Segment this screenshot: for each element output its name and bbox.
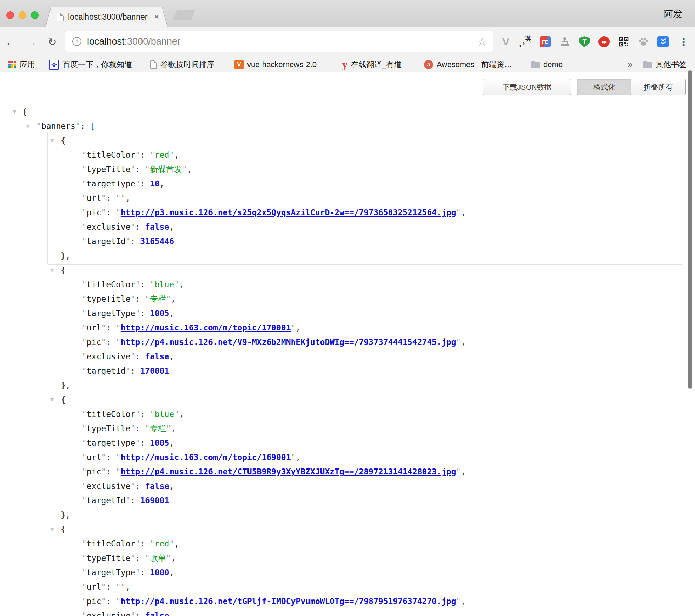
json-field-targetType: "targetType": 10, <box>0 177 684 191</box>
browser-menu-icon[interactable]: ⋮ <box>678 36 689 47</box>
json-field-typeTitle: "typeTitle": "新碟首发", <box>0 162 684 177</box>
awesomes-a-icon: A <box>424 60 433 69</box>
bookmark-apps[interactable]: 应用 <box>8 57 35 72</box>
json-tree: ▼{▼"banners": [▼{"titleColor": "red","ty… <box>0 105 684 616</box>
json-field-exclusive: "exclusive": false, <box>0 609 684 616</box>
address-bar[interactable]: i localhost:3000/banner ☆ <box>65 31 493 52</box>
tab-close-icon[interactable]: × <box>154 12 159 22</box>
bookmark-baidu[interactable]: 百度一下，你就知道 <box>49 57 132 72</box>
tampermonkey-icon[interactable]: T <box>579 36 590 47</box>
url-text[interactable]: localhost:3000/banner <box>87 36 180 47</box>
new-tab-button[interactable] <box>173 10 195 20</box>
bookmark-star-icon[interactable]: ☆ <box>477 35 487 48</box>
minimize-window-button[interactable] <box>19 11 26 19</box>
view-mode-button-group: 格式化 折叠所有 <box>577 79 686 95</box>
bookmark-folder-demo[interactable]: demo <box>531 57 563 72</box>
json-object-open: ▼{ <box>0 133 684 148</box>
indent-guide <box>64 537 64 616</box>
page-favicon-icon <box>57 13 64 21</box>
profile-name[interactable]: 阿发 <box>663 8 682 20</box>
close-window-button[interactable] <box>6 11 14 19</box>
youdao-y-icon: y <box>342 60 348 69</box>
json-field-typeTitle: "typeTitle": "专栏", <box>0 292 684 306</box>
translate-icon[interactable]: 英 ⇄ <box>520 36 531 47</box>
json-url-link[interactable]: http://p3.music.126.net/s25q2x5QyqsAzilC… <box>121 208 456 217</box>
json-object-close: }, <box>0 378 684 393</box>
json-object: ▼{"titleColor": "blue","typeTitle": "专栏"… <box>0 393 684 522</box>
bookmark-label: 在线翻译_有道 <box>351 59 402 70</box>
browser-toolbar: ← → ↻ i localhost:3000/banner ☆ V 英 ⇄ FE… <box>0 27 695 57</box>
collapse-triangle-icon[interactable]: ▼ <box>50 522 54 537</box>
json-field-titleColor: "titleColor": "blue", <box>0 277 684 292</box>
json-url-link[interactable]: http://music.163.com/m/topic/169001 <box>121 453 291 462</box>
json-field-typeTitle: "typeTitle": "专栏", <box>0 421 684 436</box>
json-object: ▼{"titleColor": "red","typeTitle": "新碟首发… <box>0 133 684 263</box>
indent-guide <box>64 407 64 508</box>
qr-code-icon[interactable] <box>618 36 629 47</box>
apps-grid-icon <box>8 61 16 68</box>
json-url-link[interactable]: http://p4.music.126.net/tGPljf-IMOCyPvum… <box>121 597 456 606</box>
reload-button[interactable]: ↻ <box>44 27 60 57</box>
bookmark-awesomes[interactable]: A Awesomes - 前端资… <box>424 57 512 72</box>
folder-icon <box>643 62 652 68</box>
tab-bar: localhost:3000/banner × 阿发 <box>0 0 695 27</box>
vue-devtools-icon[interactable]: V <box>500 36 511 47</box>
bookmark-label: demo <box>543 60 563 69</box>
bookmark-youdao[interactable]: y 在线翻译_有道 <box>342 57 402 72</box>
url-host: localhost <box>87 36 125 47</box>
json-object-open: ▼{ <box>0 393 684 407</box>
bookmark-label: 应用 <box>20 59 35 70</box>
json-field-titleColor: "titleColor": "red", <box>0 148 684 162</box>
collapse-triangle-icon[interactable]: ▼ <box>50 263 54 277</box>
window-controls <box>6 11 39 19</box>
json-field-url: "url": "http://music.163.com/m/topic/170… <box>0 321 684 335</box>
bookmarks-overflow-chevron-icon[interactable]: » <box>628 57 633 72</box>
bookmark-label: 谷歌按时间排序 <box>160 59 214 70</box>
json-root-open: ▼{ <box>0 105 684 119</box>
bookmark-google-sort[interactable]: 谷歌按时间排序 <box>150 57 214 72</box>
collapse-triangle-icon[interactable]: ▼ <box>26 119 30 133</box>
json-object-open: ▼{ <box>0 522 684 537</box>
json-url-link[interactable]: http://p4.music.126.net/V9-MXz6b2MNhEKju… <box>121 338 456 347</box>
json-field-url: "url": "", <box>0 191 684 205</box>
bookmark-vue-hackernews[interactable]: V vue-hackernews-2.0 <box>234 57 317 72</box>
video-helper-icon[interactable]: ▶▶ <box>598 36 610 47</box>
page-icon <box>150 60 157 69</box>
json-field-url: "url": "", <box>0 580 684 594</box>
indent-guide <box>64 148 64 249</box>
bookmark-label: 百度一下，你就知道 <box>62 59 132 70</box>
translate-arrow-glyph: ⇄ <box>519 40 525 49</box>
org-chart-icon[interactable] <box>559 36 570 47</box>
json-field-pic: "pic": "http://p4.music.126.net/V9-MXz6b… <box>0 335 684 349</box>
other-bookmarks-folder[interactable]: 其他书签 <box>643 57 687 72</box>
bookmark-label: Awesomes - 前端资… <box>437 59 512 70</box>
json-url-link[interactable]: http://p4.music.126.net/CTU5B9R9y3XyYBZX… <box>121 467 456 476</box>
json-array-open: ▼"banners": [ <box>0 119 684 133</box>
collapse-all-button[interactable]: 折叠所有 <box>631 79 685 95</box>
json-object-open: ▼{ <box>0 263 684 277</box>
json-object-close: }, <box>0 508 684 522</box>
active-tab[interactable]: localhost:3000/banner × <box>46 7 167 27</box>
collapse-triangle-icon[interactable]: ▼ <box>50 393 54 407</box>
scrollbar-thumb[interactable] <box>688 70 692 389</box>
json-field-exclusive: "exclusive": false, <box>0 220 684 234</box>
collapse-triangle-icon[interactable]: ▼ <box>13 105 16 119</box>
folder-icon <box>531 62 540 68</box>
paw-icon[interactable] <box>638 36 649 47</box>
json-field-targetType: "targetType": 1005, <box>0 436 684 450</box>
page-info-icon[interactable]: i <box>72 37 81 46</box>
download-json-button[interactable]: 下载JSON数据 <box>483 79 571 95</box>
format-button[interactable]: 格式化 <box>577 79 631 95</box>
json-field-pic: "pic": "http://p4.music.126.net/CTU5B9R9… <box>0 465 684 479</box>
json-field-pic: "pic": "http://p4.music.126.net/tGPljf-I… <box>0 594 684 609</box>
double-chevron-down-icon[interactable] <box>657 36 669 47</box>
json-url-link[interactable]: http://music.163.com/m/topic/170001 <box>121 323 291 332</box>
json-field-exclusive: "exclusive": false, <box>0 479 684 493</box>
back-button[interactable]: ← <box>3 27 19 57</box>
zoom-window-button[interactable] <box>31 11 39 19</box>
json-field-url: "url": "http://music.163.com/m/topic/169… <box>0 450 684 465</box>
fehelper-icon[interactable]: FE <box>540 36 551 47</box>
indent-guide <box>64 277 64 378</box>
translate-zh-glyph: 英 <box>525 35 531 43</box>
collapse-triangle-icon[interactable]: ▼ <box>50 133 54 148</box>
